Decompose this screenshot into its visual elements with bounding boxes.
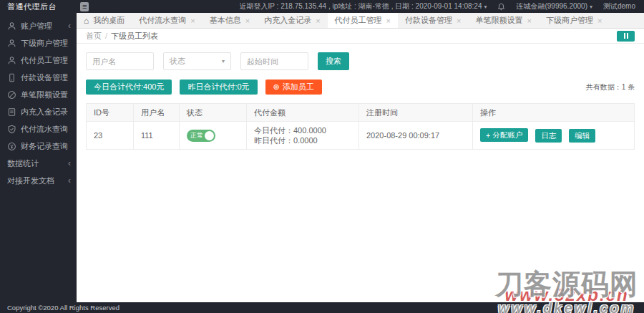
sidebar-item-label: 单笔限额设置: [21, 90, 71, 100]
chevron-down-icon: ▾: [484, 4, 487, 10]
amount-yesterday: 昨日代付：0.0000: [254, 135, 351, 145]
shield-icon: [7, 125, 16, 134]
login-info-dropdown[interactable]: 近期登入IP : 218.75.135.44 , ip地址 : 湖南-常德 , …: [240, 1, 487, 11]
cell-username: 111: [134, 122, 180, 150]
username-input[interactable]: [86, 52, 154, 70]
document-icon: [7, 107, 16, 117]
sidebar-item-deposit-records[interactable]: 内充入金记录: [0, 103, 77, 120]
collapse-tabs-button[interactable]: [617, 31, 635, 42]
total-count-label: 共有数据：1 条: [586, 82, 635, 92]
tab-single-limit-settings[interactable]: 单笔限额设置 ×: [468, 13, 538, 28]
cell-status: 正常: [180, 122, 247, 150]
assign-account-label: 分配账户: [492, 130, 522, 140]
col-header-username: 用户名: [134, 104, 180, 122]
amount-today: 今日代付：400.0000: [254, 125, 351, 135]
filter-row: 状态 ▾ 搜索: [86, 52, 635, 70]
start-time-input[interactable]: [240, 52, 308, 70]
sidebar-item-label: 付款设备管理: [21, 72, 71, 83]
tab-sub-merchant-mgmt[interactable]: 下级商户管理 ×: [539, 13, 609, 28]
sidebar-item-payout-staff-mgmt[interactable]: 代付员工管理: [0, 52, 77, 69]
close-icon[interactable]: ×: [527, 16, 531, 25]
sidebar-item-label: 数据统计: [7, 158, 68, 169]
user-icon: [7, 56, 16, 65]
yesterday-total-badge[interactable]: 昨日合计代付:0元: [180, 80, 257, 95]
close-icon[interactable]: ×: [190, 16, 195, 25]
page-content: 状态 ▾ 搜索 今日合计代付:400元 昨日合计代付:0元 ⊕ 添加员工 共有数…: [77, 44, 644, 150]
tab-label: 代付流水查询: [139, 15, 186, 26]
hamburger-menu-icon[interactable]: ≡: [80, 2, 89, 11]
breadcrumb-separator: /: [105, 32, 107, 40]
slash-circle-icon: [7, 90, 16, 100]
tab-label: 下级商户管理: [546, 15, 593, 26]
breadcrumb-current: 下级员工列表: [111, 31, 158, 42]
log-button[interactable]: 日志: [535, 129, 562, 143]
search-button[interactable]: 搜索: [318, 52, 349, 70]
sidebar-item-finance-records-query[interactable]: 财务记录查询: [0, 138, 77, 155]
add-staff-label: 添加员工: [283, 80, 314, 95]
bell-icon[interactable]: [497, 3, 505, 11]
cell-amount: 今日代付：400.0000 昨日代付：0.0000: [247, 122, 359, 150]
close-icon[interactable]: ×: [386, 16, 391, 25]
merchant-name: 连城金融(99996.2000): [516, 1, 587, 11]
close-icon[interactable]: ×: [597, 16, 602, 25]
col-header-register-time: 注册时间: [359, 104, 473, 122]
sidebar-item-payout-flow-query[interactable]: 代付流水查询: [0, 120, 77, 138]
tab-payout-flow-query[interactable]: 代付流水查询 ×: [132, 13, 202, 28]
status-toggle[interactable]: 正常: [187, 130, 215, 142]
user-icon: [7, 39, 16, 48]
sidebar-nav: 账户管理 ‹ 下级商户管理 代付员工管理 付款设备管理 单笔限额设置 内充入金记…: [0, 13, 77, 302]
merchant-dropdown[interactable]: 连城金融(99996.2000) ▾: [516, 1, 592, 11]
chevron-down-icon: ▾: [590, 4, 592, 10]
tab-label: 基本信息: [210, 15, 241, 26]
assign-account-button[interactable]: + 分配账户: [480, 128, 528, 142]
tab-label: 单笔限额设置: [475, 15, 522, 26]
home-icon: ⌂: [84, 16, 89, 26]
sidebar-item-account-mgmt[interactable]: 账户管理 ‹: [0, 17, 77, 34]
chevron-left-icon: ‹: [68, 21, 71, 30]
sidebar-item-api-docs[interactable]: 对接开发文档 ‹: [0, 172, 77, 189]
cell-register-time: 2020-08-29 00:09:17: [359, 122, 473, 150]
tab-basic-info[interactable]: 基本信息 ×: [203, 13, 257, 28]
coin-icon: [7, 142, 16, 151]
sidebar-item-label: 代付员工管理: [21, 55, 71, 66]
staff-table: ID号 用户名 状态 代付金额 注册时间 操作 23 111 正: [86, 103, 635, 150]
username-label[interactable]: 测试demo: [603, 1, 635, 11]
sidebar-item-device-mgmt[interactable]: 付款设备管理: [0, 69, 77, 86]
main-area: ⌂ 我的桌面 代付流水查询 × 基本信息 × 内充入金记录 × 代付员工管理 ×…: [77, 13, 644, 302]
tab-my-desktop[interactable]: ⌂ 我的桌面: [77, 13, 132, 28]
tab-label: 我的桌面: [93, 15, 125, 26]
tab-payout-staff-mgmt[interactable]: 代付员工管理 ×: [328, 13, 398, 28]
sidebar-item-single-limit-settings[interactable]: 单笔限额设置: [0, 86, 77, 103]
col-header-status: 状态: [180, 104, 247, 122]
status-toggle-label: 正常: [190, 131, 203, 140]
tab-device-mgmt[interactable]: 付款设备管理 ×: [398, 13, 468, 28]
tab-deposit-records[interactable]: 内充入金记录 ×: [257, 13, 327, 28]
status-select[interactable]: 状态 ▾: [163, 52, 231, 70]
plus-icon: +: [486, 131, 490, 140]
close-icon[interactable]: ×: [457, 16, 461, 25]
app-window: 普通代理后台 ≡ 近期登入IP : 218.75.135.44 , ip地址 :…: [0, 0, 644, 313]
sidebar-item-label: 对接开发文档: [7, 175, 68, 186]
device-icon: [7, 73, 16, 82]
plus-circle-icon: ⊕: [273, 80, 280, 95]
tab-bar: ⌂ 我的桌面 代付流水查询 × 基本信息 × 内充入金记录 × 代付员工管理 ×…: [77, 13, 644, 29]
col-header-amount: 代付金额: [247, 104, 359, 122]
close-icon[interactable]: ×: [245, 16, 250, 25]
summary-row: 今日合计代付:400元 昨日合计代付:0元 ⊕ 添加员工 共有数据：1 条: [86, 80, 635, 95]
copyright-text: Copyright ©2020 All Rights Reserved: [7, 304, 119, 312]
sidebar-item-sub-merchant-mgmt[interactable]: 下级商户管理: [0, 34, 77, 52]
chevron-left-icon: ‹: [68, 159, 71, 168]
toggle-knob: [205, 131, 214, 140]
col-header-actions: 操作: [473, 104, 635, 122]
tab-label: 付款设备管理: [405, 15, 452, 26]
col-header-id: ID号: [87, 104, 134, 122]
table-row: 23 111 正常 今日代付：400.0000 昨日代付：0.0000: [87, 122, 635, 150]
breadcrumb-home-link[interactable]: 首页: [86, 31, 102, 42]
today-total-badge[interactable]: 今日合计代付:400元: [86, 80, 172, 95]
chevron-down-icon: ▾: [222, 58, 225, 64]
edit-button[interactable]: 编辑: [569, 129, 595, 143]
close-icon[interactable]: ×: [316, 16, 320, 25]
tab-label: 代付员工管理: [335, 15, 382, 26]
add-staff-button[interactable]: ⊕ 添加员工: [265, 80, 322, 95]
sidebar-item-data-statistics[interactable]: 数据统计 ‹: [0, 155, 77, 172]
